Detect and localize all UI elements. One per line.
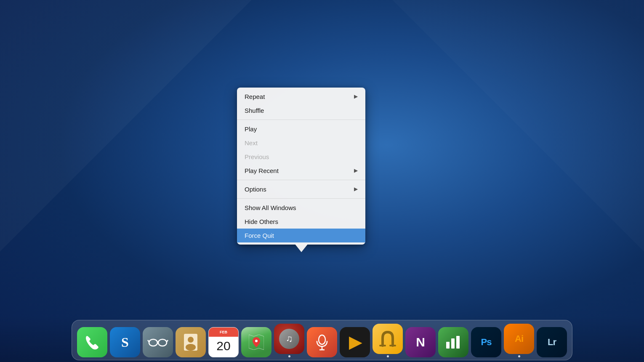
dock-icon-karma <box>373 324 403 354</box>
menu-item-repeat[interactable]: Repeat ▶ <box>237 90 365 104</box>
dock-icon-calendar: FEB 20 <box>208 327 239 357</box>
submenu-arrow-play-recent: ▶ <box>354 167 358 174</box>
svg-rect-16 <box>451 338 455 349</box>
menu-item-show-all-windows[interactable]: Show All Windows <box>237 201 365 215</box>
itunes-note-icon: ♫ <box>286 333 293 344</box>
dock-item-lightroom[interactable]: Lr <box>537 327 567 357</box>
menu-item-play[interactable]: Play <box>237 122 365 136</box>
dock-item-podcasts[interactable] <box>307 327 337 357</box>
itunes-dot <box>288 355 290 357</box>
svg-rect-17 <box>456 336 460 349</box>
plex-arrow-icon: ▶ <box>349 333 361 351</box>
dock-item-phone[interactable] <box>77 327 107 357</box>
dock-icon-readkit <box>143 327 173 357</box>
dock-item-numbers[interactable] <box>438 327 468 357</box>
dock-item-itunes[interactable]: ♫ <box>274 324 304 357</box>
menu-item-play-recent[interactable]: Play Recent ▶ <box>237 164 365 178</box>
submenu-arrow-repeat: ▶ <box>354 93 358 100</box>
dock-item-contacts[interactable] <box>176 327 206 357</box>
menu-item-options[interactable]: Options ▶ <box>237 182 365 196</box>
menu-section-options: Options ▶ <box>237 180 365 198</box>
menu-item-next-label: Next <box>245 138 258 147</box>
dock-item-scrivener[interactable]: S <box>110 327 140 357</box>
dock-item-karma[interactable] <box>373 324 403 357</box>
menu-section-repeat-shuffle: Repeat ▶ Shuffle <box>237 88 365 120</box>
karma-dot <box>387 355 389 357</box>
svg-line-3 <box>148 340 149 342</box>
menu-item-previous: Previous <box>237 150 365 164</box>
menu-item-options-label: Options <box>245 185 266 194</box>
dock-icon-plex: ▶ <box>340 327 370 357</box>
dock-icon-photoshop: Ps <box>471 327 501 357</box>
menu-section-playback: Play Next Previous Play Recent ▶ <box>237 120 365 180</box>
dock-item-photoshop[interactable]: Ps <box>471 327 501 357</box>
calendar-month: FEB <box>209 327 238 337</box>
menu-item-force-quit[interactable]: Force Quit <box>237 229 365 242</box>
context-menu: Repeat ▶ Shuffle Play Next Previous Play… <box>237 88 365 245</box>
photoshop-text: Ps <box>481 337 492 348</box>
dock-item-maps[interactable] <box>241 327 271 357</box>
dock-inner: S <box>72 320 572 360</box>
menu-item-shuffle[interactable]: Shuffle <box>237 104 365 117</box>
lightroom-text: Lr <box>548 337 556 348</box>
dock-icon-itunes: ♫ <box>274 324 304 354</box>
svg-rect-15 <box>446 342 450 349</box>
svg-point-1 <box>158 339 167 346</box>
dock-icon-contacts <box>176 327 206 357</box>
dock-icon-podcasts <box>307 327 337 357</box>
menu-item-next: Next <box>237 136 365 150</box>
dock-icon-illustrator: Ai <box>504 324 534 354</box>
menu-item-repeat-label: Repeat <box>245 92 265 101</box>
dock-item-onenote[interactable]: N <box>405 327 436 357</box>
svg-point-6 <box>188 337 194 343</box>
menu-item-shuffle-label: Shuffle <box>245 106 264 115</box>
dock-icon-numbers <box>438 327 468 357</box>
dock: S <box>0 316 644 362</box>
dock-item-calendar[interactable]: FEB 20 <box>208 327 239 357</box>
svg-point-10 <box>319 335 325 344</box>
menu-item-previous-label: Previous <box>245 152 269 161</box>
itunes-circle: ♫ <box>279 329 299 349</box>
svg-line-4 <box>167 340 168 342</box>
svg-point-0 <box>149 339 157 346</box>
svg-point-7 <box>186 344 196 351</box>
dock-icon-phone <box>77 327 107 357</box>
illustrator-dot <box>518 355 520 357</box>
desktop: Repeat ▶ Shuffle Play Next Previous Play… <box>0 0 644 362</box>
dock-item-illustrator[interactable]: Ai <box>504 324 534 357</box>
svg-point-9 <box>255 340 258 342</box>
dock-icon-onenote: N <box>405 327 436 357</box>
calendar-day: 20 <box>216 339 230 353</box>
menu-item-hide-others-label: Hide Others <box>245 217 278 226</box>
dock-item-readkit[interactable] <box>143 327 173 357</box>
dock-icon-lightroom: Lr <box>537 327 567 357</box>
menu-item-hide-others[interactable]: Hide Others <box>237 215 365 229</box>
submenu-arrow-options: ▶ <box>354 186 358 193</box>
menu-item-play-recent-label: Play Recent <box>245 166 279 175</box>
illustrator-text: Ai <box>515 333 523 344</box>
menu-item-force-quit-label: Force Quit <box>245 231 274 240</box>
menu-item-play-label: Play <box>245 125 257 133</box>
dock-item-plex[interactable]: ▶ <box>340 327 370 357</box>
menu-item-show-all-windows-label: Show All Windows <box>245 203 296 212</box>
dock-icon-maps <box>241 327 271 357</box>
menu-section-window: Show All Windows Hide Others Force Quit <box>237 198 365 245</box>
dock-icon-scrivener: S <box>110 327 140 357</box>
